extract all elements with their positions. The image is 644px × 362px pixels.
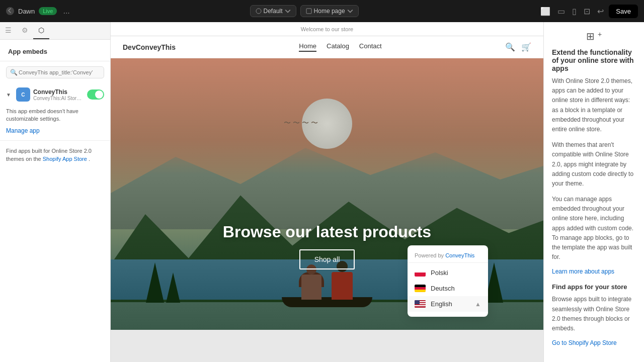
app-info: ConveyThis ConveyThis:AI Store ... xyxy=(33,88,84,101)
device-mobile-button[interactable]: ▯ xyxy=(570,5,579,18)
sidebar-nav-icon-2[interactable]: ⚙ xyxy=(17,22,33,39)
right-panel-text1: With Online Store 2.0 themes, apps can b… xyxy=(552,76,636,134)
chevron-up-icon: ▲ xyxy=(475,301,481,308)
app-section: ▼ C ConveyThis ConveyThis:AI Store ... xyxy=(0,83,110,106)
shopify-app-store-link[interactable]: Shopify App Store xyxy=(43,156,87,162)
lang-item-en[interactable]: English ▲ xyxy=(408,296,488,312)
flag-de xyxy=(415,285,426,292)
sidebar-panel: ☰ ⚙ ⬡ App embeds 🔍 ▼ C ConveyThis Convey… xyxy=(0,22,111,362)
search-icon: 🔍 xyxy=(10,69,18,76)
sidebar-nav-icon-apps[interactable]: ⬡ xyxy=(33,22,49,39)
zoom-button[interactable]: ⊡ xyxy=(582,5,592,18)
lang-label-en: English xyxy=(431,300,452,308)
right-panel-icon-row: ⊞ + xyxy=(552,30,636,42)
app-description: This app embed doesn't have customizable… xyxy=(0,106,110,127)
language-popup: Powered by ConveyThis Polski Deutsch xyxy=(408,245,488,317)
default-select[interactable]: Default xyxy=(250,5,296,17)
svg-point-0 xyxy=(256,9,261,14)
topbar-right: ⬜ ▭ ▯ ⊡ ↩ Save xyxy=(538,5,638,18)
preview-scroll[interactable]: DevConveyThis Home Catalog Contact 🔍 🛒 〜… xyxy=(111,36,543,362)
nav-link-contact[interactable]: Contact xyxy=(359,42,382,52)
manage-app-link[interactable]: Manage app xyxy=(0,127,110,134)
sidebar-nav-icon-1[interactable]: ☰ xyxy=(0,22,17,39)
app-toggle[interactable] xyxy=(87,89,104,100)
go-shopify-link[interactable]: Go to Shopify App Store xyxy=(552,339,636,346)
right-panel-text3: You can manage apps embedded throughout … xyxy=(552,195,636,262)
flag-us xyxy=(415,300,426,308)
search-icon[interactable]: 🔍 xyxy=(505,42,515,52)
right-panel: ⊞ + Extend the functionality of your onl… xyxy=(543,22,644,362)
right-panel-find-text: Browse apps built to integrate seamlessl… xyxy=(552,295,636,333)
live-badge: Live xyxy=(39,7,57,15)
nav-link-home[interactable]: Home xyxy=(299,42,316,52)
hero-heading: Browse our latest products xyxy=(111,223,543,241)
app-subtitle: ConveyThis:AI Store ... xyxy=(33,96,84,101)
shop-all-button[interactable]: Shop all xyxy=(299,249,355,269)
undo-button[interactable]: ↩ xyxy=(595,5,606,18)
store-logo: DevConveyThis xyxy=(123,43,176,51)
find-apps-text: Find apps built for Online Store 2.0 the… xyxy=(0,147,110,167)
apps-grid-icon: ⊞ xyxy=(586,30,595,42)
topbar-center: Default Home page xyxy=(74,5,535,17)
hero-birds: 〜 〜 〜 〜 xyxy=(284,119,318,128)
device-desktop-button[interactable]: ⬜ xyxy=(538,5,552,18)
lang-popup-header: Powered by ConveyThis xyxy=(408,250,488,263)
cart-icon[interactable]: 🛒 xyxy=(521,42,531,52)
topbar: Dawn Live ... Default Home page ⬜ ▭ ▯ ⊡ … xyxy=(0,0,644,22)
app-icon: C xyxy=(16,87,30,102)
svg-rect-1 xyxy=(306,9,311,14)
back-button[interactable] xyxy=(6,7,14,15)
right-panel-find-title: Find apps for your store xyxy=(552,283,636,291)
center-preview: Welcome to our store DevConveyThis Home … xyxy=(111,22,543,362)
store-nav: DevConveyThis Home Catalog Contact 🔍 🛒 xyxy=(111,36,543,58)
app-expand-button[interactable]: ▼ xyxy=(6,92,11,98)
nav-link-catalog[interactable]: Catalog xyxy=(327,42,349,52)
lang-item-pl[interactable]: Polski xyxy=(408,265,488,281)
device-tablet-button[interactable]: ▭ xyxy=(555,5,567,18)
right-panel-main-title: Extend the functionality of your online … xyxy=(552,48,636,72)
search-input[interactable] xyxy=(6,66,104,78)
page-select[interactable]: Home page xyxy=(300,5,359,17)
main-layout: ☰ ⚙ ⬡ App embeds 🔍 ▼ C ConveyThis Convey… xyxy=(0,22,644,362)
app-item-row: ▼ C ConveyThis ConveyThis:AI Store ... xyxy=(6,87,104,102)
flag-pl xyxy=(415,269,426,277)
preview-banner-text: Welcome to our store xyxy=(301,26,353,32)
lang-label-de: Deutsch xyxy=(431,285,455,292)
sidebar-search: 🔍 xyxy=(6,66,104,78)
store-nav-links: Home Catalog Contact xyxy=(299,42,381,52)
conveythis-link[interactable]: ConveyThis xyxy=(445,252,474,258)
more-options-button[interactable]: ... xyxy=(63,7,69,16)
topbar-left: Dawn Live ... xyxy=(6,7,70,16)
learn-more-link[interactable]: Learn more about apps xyxy=(552,268,636,275)
store-nav-icons: 🔍 🛒 xyxy=(505,42,531,52)
app-name: ConveyThis xyxy=(33,88,84,96)
right-panel-text2: With themes that aren't compatible with … xyxy=(552,140,636,189)
store-title: Dawn xyxy=(18,8,35,15)
preview-banner: Welcome to our store xyxy=(111,22,543,36)
save-button[interactable]: Save xyxy=(609,5,638,18)
sidebar-panel-title: App embeds xyxy=(8,48,47,55)
hero-mountains-back xyxy=(111,139,543,229)
lang-label-pl: Polski xyxy=(431,269,448,277)
lang-item-de[interactable]: Deutsch xyxy=(408,281,488,296)
add-icon: + xyxy=(598,30,602,42)
sidebar-panel-header: App embeds xyxy=(0,40,110,61)
